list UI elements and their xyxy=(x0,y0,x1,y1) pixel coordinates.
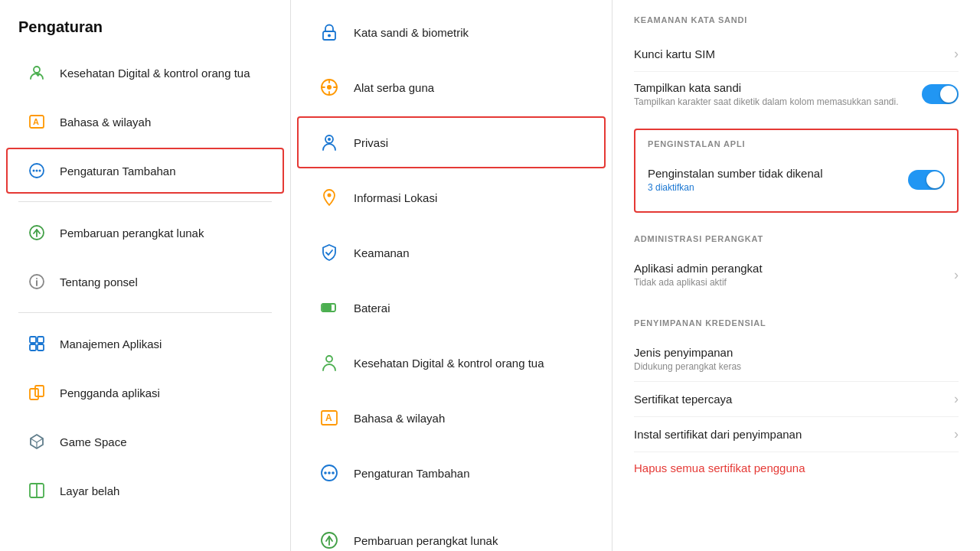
sidebar-item-digital-health[interactable]: Kesehatan Digital & kontrol orang tua xyxy=(6,50,284,96)
sidebar-item-game-space[interactable]: Game Space xyxy=(6,419,284,465)
sim-lock-item[interactable]: Kunci kartu SIM › xyxy=(634,37,959,72)
divider xyxy=(18,312,272,313)
unknown-sources-item: Penginstalan sumber tidak dikenal 3 diak… xyxy=(648,158,945,202)
install-certs-label: Instal sertifikat dari penyimpanan xyxy=(634,428,802,441)
unknown-sources-label: Penginstalan sumber tidak dikenal xyxy=(648,167,822,180)
clone-icon xyxy=(26,382,47,403)
chevron-icon: › xyxy=(954,391,959,407)
info-circle-icon xyxy=(26,271,47,292)
svg-rect-16 xyxy=(30,389,38,399)
show-password-item: Tampilkan kata sandi Tampilkan karakter … xyxy=(634,72,959,116)
svg-point-33 xyxy=(328,194,332,197)
middle-item-label: Baterai xyxy=(354,302,390,315)
page-title: Pengaturan xyxy=(0,0,290,48)
sidebar-item-label: Pengaturan Tambahan xyxy=(60,165,176,178)
credential-section-title: PENYIMPANAN KREDENSIAL xyxy=(634,318,959,328)
svg-point-40 xyxy=(324,471,327,474)
device-admin-item[interactable]: Aplikasi admin perangkat Tidak ada aplik… xyxy=(634,253,959,297)
device-admin-label: Aplikasi admin perangkat xyxy=(634,262,763,275)
svg-point-42 xyxy=(332,471,335,474)
storage-type-sublabel: Didukung perangkat keras xyxy=(634,361,741,372)
svg-rect-35 xyxy=(322,305,332,311)
person-heart-icon xyxy=(26,62,47,83)
svg-rect-17 xyxy=(35,386,44,396)
password-section-header: KEAMANAN KATA SANDI xyxy=(612,0,980,37)
middle-item-label: Pengaturan Tambahan xyxy=(354,467,470,480)
unknown-sources-toggle[interactable] xyxy=(908,170,945,190)
sidebar-item-app-management[interactable]: Manajemen Aplikasi xyxy=(6,321,284,367)
grid-icon xyxy=(26,333,47,354)
arrow-up-circle2-icon xyxy=(317,528,341,551)
remove-certs-item[interactable]: Hapus semua sertifikat pengguna xyxy=(634,452,959,484)
show-password-label: Tampilkan kata sandi xyxy=(634,81,898,94)
sidebar-item-screen-split[interactable]: Layar belah xyxy=(6,468,284,514)
battery-icon xyxy=(317,295,341,320)
language2-icon: A xyxy=(317,406,341,430)
trusted-certs-item[interactable]: Sertifikat tepercaya › xyxy=(634,382,959,417)
sidebar-item-app-cloner[interactable]: Pengganda aplikasi xyxy=(6,370,284,416)
device-admin-sublabel: Tidak ada aplikasi aktif xyxy=(634,277,763,288)
svg-rect-15 xyxy=(38,344,44,350)
settings-dots-icon xyxy=(26,160,47,181)
sidebar-item-label: Layar belah xyxy=(60,484,119,497)
middle-item-label: Informasi Lokasi xyxy=(354,191,437,204)
svg-point-11 xyxy=(36,278,38,279)
sidebar-item-label: Pengganda aplikasi xyxy=(60,386,160,399)
middle-item-label: Bahasa & wilayah xyxy=(354,412,445,425)
privacy-icon xyxy=(317,130,341,155)
device-admin-section-title: ADMINISTRASI PERANGKAT xyxy=(634,234,959,243)
sidebar-item-label: Tentang ponsel xyxy=(60,276,138,289)
unknown-sources-sublabel: 3 diaktifkan xyxy=(648,182,822,193)
storage-type-label: Jenis penyimpanan xyxy=(634,346,741,359)
middle-item-password[interactable]: Kata sandi & biometrik xyxy=(297,6,606,58)
sidebar-item-label: Manajemen Aplikasi xyxy=(60,337,162,350)
location-pin-icon xyxy=(317,185,341,210)
svg-point-36 xyxy=(326,356,332,362)
chevron-icon: › xyxy=(954,267,959,283)
game-icon xyxy=(26,431,47,452)
svg-point-41 xyxy=(328,471,331,474)
sidebar-item-label: Pembaruan perangkat lunak xyxy=(60,227,204,240)
sidebar-item-label: Kesehatan Digital & kontrol orang tua xyxy=(60,67,250,80)
middle-item-software-update[interactable]: Pembaruan perangkat lunak xyxy=(297,514,606,551)
divider xyxy=(18,201,272,202)
shield-icon xyxy=(317,240,341,265)
svg-point-26 xyxy=(327,85,332,90)
chevron-icon: › xyxy=(954,46,959,62)
middle-item-label: Kesehatan Digital & kontrol orang tua xyxy=(354,357,544,370)
install-certs-item[interactable]: Instal sertifikat dari penyimpanan › xyxy=(634,417,959,452)
location-yellow-icon xyxy=(317,75,341,99)
middle-item-battery[interactable]: Baterai xyxy=(297,282,606,334)
svg-text:A: A xyxy=(33,117,39,126)
middle-item-label: Alat serba guna xyxy=(354,81,434,94)
svg-point-5 xyxy=(36,170,38,172)
chevron-icon: › xyxy=(954,426,959,442)
svg-line-19 xyxy=(37,439,43,442)
sidebar-item-additional-settings[interactable]: Pengaturan Tambahan xyxy=(6,148,284,194)
middle-item-digital-health[interactable]: Kesehatan Digital & kontrol orang tua xyxy=(297,337,606,389)
sidebar-item-software-update[interactable]: Pembaruan perangkat lunak xyxy=(6,210,284,256)
lock-icon xyxy=(317,20,341,44)
middle-item-privacy[interactable]: Privasi xyxy=(297,116,606,168)
sidebar-item-label: Game Space xyxy=(60,435,127,448)
language-icon: A xyxy=(26,111,47,132)
right-panel: KEAMANAN KATA SANDI Kunci kartu SIM › Ta… xyxy=(612,0,980,551)
middle-panel: Kata sandi & biometrik Alat serba guna P… xyxy=(291,0,612,551)
svg-rect-12 xyxy=(30,337,36,343)
show-password-toggle[interactable] xyxy=(922,84,959,104)
sidebar-item-label: Bahasa & wilayah xyxy=(60,116,151,129)
device-admin-section: ADMINISTRASI PERANGKAT Aplikasi admin pe… xyxy=(612,219,980,303)
middle-item-security[interactable]: Keamanan xyxy=(297,227,606,279)
sidebar-item-about-phone[interactable]: Tentang ponsel xyxy=(6,259,284,305)
middle-item-label: Privasi xyxy=(354,136,388,149)
middle-item-label: Keamanan xyxy=(354,246,410,259)
middle-item-additional[interactable]: Pengaturan Tambahan xyxy=(297,447,606,499)
remove-certs-label: Hapus semua sertifikat pengguna xyxy=(634,461,805,474)
middle-item-location[interactable]: Informasi Lokasi xyxy=(297,171,606,223)
middle-item-language[interactable]: A Bahasa & wilayah xyxy=(297,392,606,444)
settings-dots2-icon xyxy=(317,461,341,485)
person-heart2-icon xyxy=(317,350,341,375)
password-section-items: Kunci kartu SIM › Tampilkan kata sandi T… xyxy=(612,37,980,122)
middle-item-utility[interactable]: Alat serba guna xyxy=(297,61,606,113)
sidebar-item-language[interactable]: A Bahasa & wilayah xyxy=(6,99,284,145)
